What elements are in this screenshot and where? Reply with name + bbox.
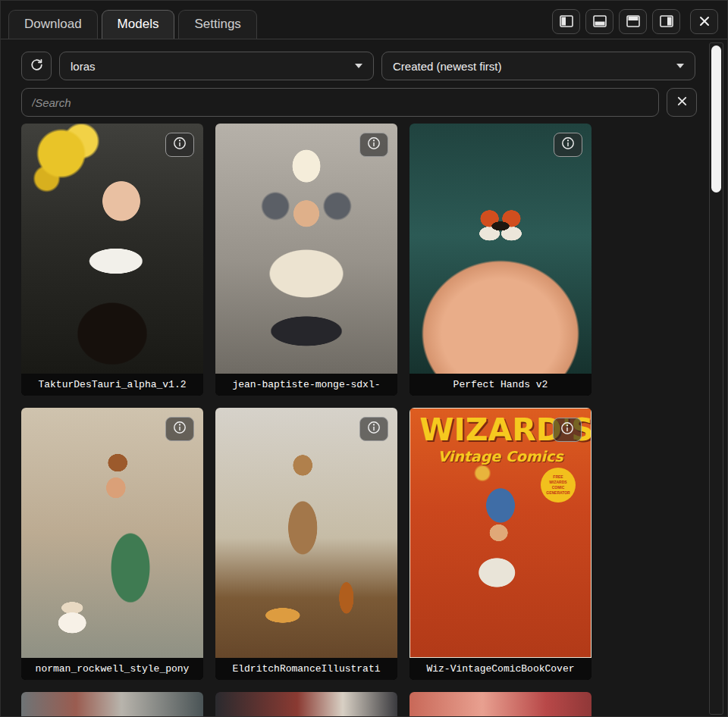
- chevron-down-icon: [676, 64, 684, 68]
- scrollbar-thumb[interactable]: [711, 45, 721, 193]
- tab-settings[interactable]: Settings: [178, 10, 256, 39]
- info-button[interactable]: [553, 418, 582, 442]
- clear-search-button[interactable]: [667, 88, 697, 117]
- model-name: EldritchRomanceIllustrati: [215, 658, 397, 680]
- model-name: Perfect Hands v2: [410, 374, 592, 396]
- info-button[interactable]: [554, 133, 582, 157]
- close-button[interactable]: [690, 9, 718, 34]
- model-thumbnail: WIZARD'S Vintage Comics FREE WIZARDS COM…: [410, 408, 592, 658]
- model-card[interactable]: norman_rockwell_style_pony: [21, 408, 203, 680]
- close-icon: [698, 15, 711, 27]
- window-controls: [552, 9, 718, 34]
- model-thumbnail: [410, 124, 592, 374]
- info-icon: [367, 136, 381, 153]
- info-icon: [367, 421, 381, 437]
- refresh-button[interactable]: [21, 52, 52, 80]
- models-toolbar: loras Created (newest first): [21, 52, 715, 80]
- split-left-icon: [560, 15, 573, 27]
- model-card[interactable]: jean-baptiste-monge-sdxl-: [215, 124, 397, 396]
- sort-select[interactable]: Created (newest first): [381, 52, 695, 80]
- info-button[interactable]: [359, 417, 388, 441]
- model-card[interactable]: Perfect Hands v2: [410, 124, 592, 396]
- split-right-button[interactable]: [652, 9, 680, 34]
- model-card[interactable]: TakturDesTauri_alpha_v1.2: [21, 124, 203, 396]
- split-right-icon: [660, 15, 673, 27]
- model-type-value: loras: [71, 60, 96, 73]
- model-card[interactable]: [410, 692, 592, 717]
- info-button[interactable]: [359, 133, 388, 157]
- model-name: Wiz-VintageComicBookCover: [410, 658, 592, 680]
- model-type-select[interactable]: loras: [59, 52, 374, 80]
- model-name: TakturDesTauri_alpha_v1.2: [21, 374, 203, 396]
- comic-badge: FREE WIZARDS COMIC GENERATOR: [541, 468, 576, 503]
- dock-top-button[interactable]: [619, 9, 647, 34]
- refresh-icon: [30, 58, 44, 75]
- chevron-down-icon: [355, 64, 362, 68]
- dock-bottom-icon: [593, 15, 607, 27]
- tabs-group: Download Models Settings: [8, 10, 261, 39]
- info-button[interactable]: [165, 417, 194, 441]
- dock-top-icon: [626, 15, 640, 27]
- tab-bar: Download Models Settings: [1, 1, 727, 39]
- info-icon: [173, 421, 187, 437]
- model-name: jean-baptiste-monge-sdxl-: [215, 374, 397, 396]
- info-icon: [560, 421, 574, 438]
- info-icon: [173, 136, 187, 153]
- model-card[interactable]: [21, 692, 203, 717]
- model-name: norman_rockwell_style_pony: [21, 658, 203, 680]
- tab-download[interactable]: Download: [8, 10, 98, 39]
- tab-models[interactable]: Models: [102, 10, 175, 39]
- app-window: { "tabs": [ { "label": "Download", "acti…: [0, 0, 728, 717]
- model-grid: TakturDesTauri_alpha_v1.2 jean-baptiste-…: [21, 124, 727, 717]
- model-card[interactable]: EldritchRomanceIllustrati: [215, 408, 397, 680]
- search-input[interactable]: [21, 88, 659, 117]
- model-thumbnail: [215, 408, 397, 658]
- model-thumbnail: [215, 692, 397, 717]
- model-card[interactable]: WIZARD'S Vintage Comics FREE WIZARDS COM…: [410, 408, 592, 680]
- comic-subtitle-text: Vintage Comics: [410, 448, 591, 465]
- dock-bottom-button[interactable]: [585, 9, 613, 34]
- search-row: [21, 88, 715, 117]
- clear-icon: [676, 95, 688, 110]
- model-thumbnail: [215, 124, 397, 374]
- sort-value: Created (newest first): [393, 60, 501, 73]
- model-card[interactable]: [215, 692, 397, 717]
- model-thumbnail: [410, 692, 592, 717]
- scrollbar-track[interactable]: [709, 42, 723, 715]
- model-thumbnail: [21, 408, 203, 658]
- model-thumbnail: [21, 692, 203, 717]
- info-button[interactable]: [165, 133, 194, 157]
- model-thumbnail: [21, 124, 203, 374]
- split-left-button[interactable]: [552, 9, 580, 34]
- info-icon: [561, 136, 575, 153]
